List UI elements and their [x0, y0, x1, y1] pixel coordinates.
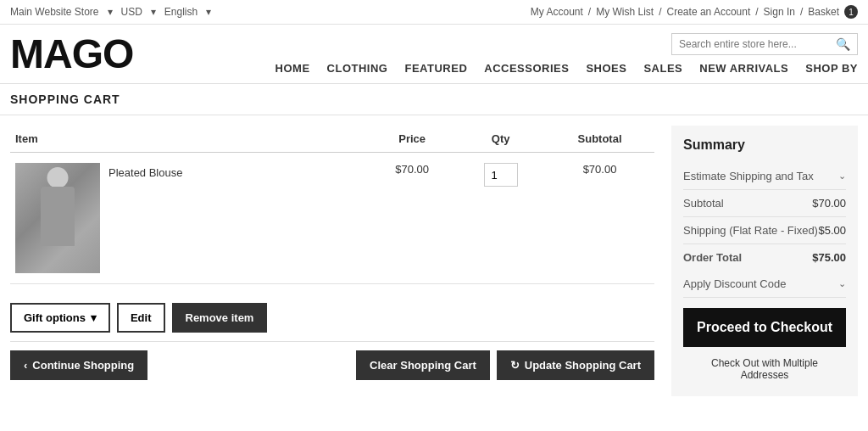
cart-table: Item Price Qty Subtotal Pleated Blouse	[10, 126, 654, 284]
price-cell: $70.00	[368, 153, 456, 284]
basket-link[interactable]: Basket	[808, 6, 839, 18]
col-price: Price	[368, 126, 456, 153]
create-account-link[interactable]: Create an Account	[667, 6, 751, 18]
qty-input[interactable]	[484, 163, 518, 187]
separator-2: /	[659, 6, 661, 18]
nav-featured[interactable]: FEATURED	[404, 62, 467, 75]
gift-dropdown-icon: ▾	[91, 311, 97, 324]
multiple-addresses-button[interactable]: Check Out with Multiple Addresses	[683, 354, 846, 384]
order-total-value: $75.00	[812, 251, 846, 264]
col-qty: Qty	[456, 126, 545, 153]
top-bar-left: Main Website Store ▾ USD ▾ English ▾	[10, 6, 211, 18]
order-total-row: Order Total $75.00	[683, 244, 846, 271]
top-bar-right: My Account / My Wish List / Create an Ac…	[531, 5, 858, 19]
continue-left-icon: ‹	[24, 359, 27, 372]
remove-item-button[interactable]: Remove item	[172, 303, 268, 333]
update-icon: ↻	[510, 359, 520, 372]
store-dropdown-icon: ▾	[108, 6, 113, 18]
basket-count-badge: 1	[844, 5, 858, 19]
estimate-shipping-label: Estimate Shipping and Tax	[683, 170, 814, 182]
shipping-value: $5.00	[818, 224, 846, 237]
currency-dropdown-icon: ▾	[151, 6, 156, 18]
product-name: Pleated Blouse	[108, 163, 182, 179]
summary-title: Summary	[683, 137, 846, 153]
nav-accessories[interactable]: ACCESSORIES	[484, 62, 569, 75]
continue-shopping-button[interactable]: ‹ Continue Shopping	[10, 350, 147, 380]
separator-4: /	[800, 6, 803, 18]
shipping-label: Shipping (Flat Rate - Fixed)	[683, 224, 818, 237]
search-button[interactable]: 🔍	[836, 37, 850, 51]
clear-cart-button[interactable]: Clear Shopping Cart	[356, 350, 490, 380]
cart-section: Item Price Qty Subtotal Pleated Blouse	[10, 126, 654, 396]
order-total-label: Order Total	[683, 251, 742, 264]
language-dropdown-icon: ▾	[206, 6, 211, 18]
cart-bottom-actions: ‹ Continue Shopping Clear Shopping Cart …	[10, 341, 654, 389]
separator-1: /	[588, 6, 591, 18]
main-content: Item Price Qty Subtotal Pleated Blouse	[0, 115, 868, 406]
update-cart-label: Update Shopping Cart	[525, 359, 641, 372]
nav-shoes[interactable]: SHOES	[586, 62, 626, 75]
continue-shopping-label: Continue Shopping	[32, 359, 134, 372]
col-subtotal: Subtotal	[545, 126, 654, 153]
search-box: 🔍	[671, 33, 858, 55]
my-wish-list-link[interactable]: My Wish List	[596, 6, 654, 18]
page-title: SHOPPING CART	[0, 84, 868, 115]
update-cart-button[interactable]: ↻ Update Shopping Cart	[497, 350, 654, 380]
nav-new-arrivals[interactable]: NEW ARRIVALS	[699, 62, 788, 75]
item-cell: Pleated Blouse	[15, 163, 363, 273]
apply-discount-label: Apply Discount Code	[683, 277, 786, 290]
header-right: 🔍 HOME CLOTHING FEATURED ACCESSORIES SHO…	[275, 33, 858, 75]
subtotal-label: Subtotal	[683, 197, 724, 210]
search-input[interactable]	[679, 38, 836, 50]
nav-home[interactable]: HOME	[275, 62, 310, 75]
cart-item-actions: Gift options ▾ Edit Remove item	[10, 294, 654, 341]
product-image	[15, 163, 100, 273]
store-selector[interactable]: Main Website Store	[10, 6, 99, 18]
estimate-shipping-chevron: ⌄	[838, 171, 846, 182]
product-image-inner	[15, 163, 100, 273]
table-row: Pleated Blouse $70.00 $70.00	[10, 153, 654, 284]
gift-options-button[interactable]: Gift options ▾	[10, 303, 110, 333]
sign-in-link[interactable]: Sign In	[764, 6, 795, 18]
my-account-link[interactable]: My Account	[531, 6, 583, 18]
main-nav: HOME CLOTHING FEATURED ACCESSORIES SHOES…	[275, 62, 858, 75]
separator-3: /	[755, 6, 758, 18]
header: MAGO 🔍 HOME CLOTHING FEATURED ACCESSORIE…	[0, 25, 868, 84]
gift-options-label: Gift options	[24, 311, 86, 324]
shipping-row: Shipping (Flat Rate - Fixed) $5.00	[683, 217, 846, 244]
currency-selector[interactable]: USD	[121, 6, 142, 18]
nav-clothing[interactable]: CLOTHING	[327, 62, 388, 75]
checkout-button[interactable]: Proceed to Checkout	[683, 308, 846, 347]
apply-discount-chevron: ⌄	[838, 278, 846, 289]
col-item: Item	[10, 126, 368, 153]
qty-cell	[456, 153, 545, 284]
subtotal-value: $70.00	[812, 197, 846, 210]
nav-shop-by[interactable]: SHOP BY	[805, 62, 858, 75]
subtotal-row: Subtotal $70.00	[683, 190, 846, 217]
logo: MAGO	[10, 34, 133, 75]
subtotal-cell: $70.00	[545, 153, 654, 284]
estimate-shipping-row[interactable]: Estimate Shipping and Tax ⌄	[683, 163, 846, 190]
top-bar: Main Website Store ▾ USD ▾ English ▾ My …	[0, 0, 868, 25]
summary-panel: Summary Estimate Shipping and Tax ⌄ Subt…	[671, 126, 858, 396]
language-selector[interactable]: English	[164, 6, 198, 18]
apply-discount-row[interactable]: Apply Discount Code ⌄	[683, 271, 846, 298]
edit-button[interactable]: Edit	[117, 303, 165, 333]
nav-sales[interactable]: SALES	[643, 62, 682, 75]
